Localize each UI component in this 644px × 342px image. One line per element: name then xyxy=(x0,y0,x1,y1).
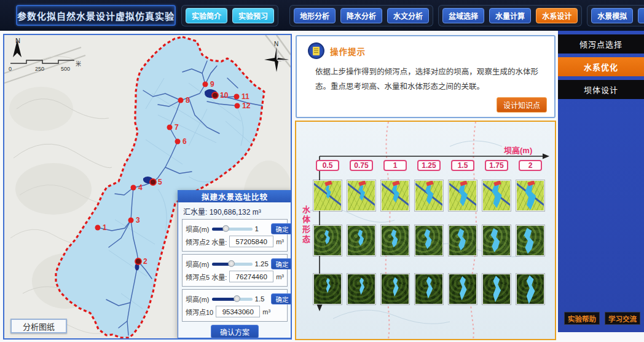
water-form-thumbnail-row2-h1.75[interactable] xyxy=(482,225,511,256)
water-body-shape xyxy=(356,184,367,201)
pour-point-volume-label: 倾泻点2 水量: xyxy=(186,237,227,247)
water-form-thumbnail-row1-h1[interactable] xyxy=(381,180,409,211)
dam-config-row-1: 坝高(m)1确定倾泻点2 水量:57205840m³ xyxy=(182,219,288,252)
nav-button-降水分析[interactable]: 降水分析 xyxy=(340,8,382,23)
dam-height-value-0.75[interactable]: 0.75 xyxy=(350,160,373,171)
water-body-shape xyxy=(323,278,333,293)
dam-height-value-2[interactable]: 2 xyxy=(519,160,542,171)
water-form-thumbnail-row1-h2[interactable] xyxy=(516,180,544,211)
water-form-thumbnail-row2-h1[interactable] xyxy=(381,225,409,256)
water-body-shape xyxy=(454,276,471,300)
main-nav: 地形分析降水分析水文分析盆域选择水量计算水系设计水景模拟实验报告 xyxy=(289,5,644,26)
confirm-plan-button[interactable]: 确认方案 xyxy=(211,325,259,338)
volume-input[interactable]: 95343060 xyxy=(216,306,260,317)
dam-height-value-1.75[interactable]: 1.75 xyxy=(485,160,508,171)
water-form-thumbnail-row3-h1.75[interactable] xyxy=(482,274,511,304)
water-form-thumbnail-row2-h1.25[interactable] xyxy=(415,225,443,256)
volume-input[interactable]: 57205840 xyxy=(229,236,273,247)
water-form-thumbnail-row1-h1.25[interactable] xyxy=(415,180,443,211)
nav-button-盆域选择[interactable]: 盆域选择 xyxy=(442,8,484,23)
water-form-thumbnail-row3-h0.75[interactable] xyxy=(347,274,375,304)
volume-input[interactable]: 76274460 xyxy=(229,271,273,282)
nav-button-水系设计[interactable]: 水系设计 xyxy=(536,8,578,23)
nav-button-水量计算[interactable]: 水量计算 xyxy=(489,8,531,23)
footer-button-实验帮助[interactable]: 实验帮助 xyxy=(564,312,600,325)
svg-text:2: 2 xyxy=(143,257,147,266)
water-form-axis-label: 水体形态 xyxy=(300,205,312,245)
water-body-shape xyxy=(487,276,506,302)
confirm-button[interactable]: 确定 xyxy=(271,223,293,234)
dam-height-value-1.5[interactable]: 1.5 xyxy=(451,160,474,171)
dam-height-value-1.25[interactable]: 1.25 xyxy=(417,160,441,171)
pour-point-10[interactable]: 10 xyxy=(212,91,229,100)
slider-handle[interactable] xyxy=(234,295,240,302)
header-button-实验预习[interactable]: 实验预习 xyxy=(232,8,274,23)
nav-group-1: 地形分析降水分析水文分析 xyxy=(289,5,433,26)
tips-title: 操作提示 xyxy=(330,45,366,57)
sidebar-item-坝体设计[interactable]: 坝体设计 xyxy=(558,80,644,99)
water-form-thumbnail-row3-h0.5[interactable] xyxy=(313,274,342,304)
dam-height-value-0.5[interactable]: 0.5 xyxy=(316,160,339,171)
dam-height-value: 1 xyxy=(255,225,269,233)
water-form-thumbnail-row3-h2[interactable] xyxy=(516,274,544,304)
nav-button-实验报告[interactable]: 实验报告 xyxy=(638,8,644,23)
confirm-button[interactable]: 确定 xyxy=(271,258,293,269)
svg-text:5: 5 xyxy=(158,178,162,186)
water-body-shape xyxy=(487,227,505,253)
water-form-thumbnail-row3-h1.5[interactable] xyxy=(449,274,477,304)
water-form-thumbnail-row2-h2[interactable] xyxy=(516,225,544,256)
svg-text:500: 500 xyxy=(61,66,70,72)
sidebar-item-倾泻点选择[interactable]: 倾泻点选择 xyxy=(558,34,644,54)
slider-handle[interactable] xyxy=(222,225,229,232)
water-body-shape xyxy=(356,277,368,295)
sidebar-item-水系优化[interactable]: 水系优化 xyxy=(558,57,644,76)
footer-button-学习交流[interactable]: 学习交流 xyxy=(605,312,640,325)
tips-body-text: 依据上步操作得到的倾泻点，选择对应的坝高，观察生成的水体形态。重点思考坝高、水量… xyxy=(297,59,554,95)
water-form-thumbnail-row2-h0.75[interactable] xyxy=(347,225,375,256)
water-form-thumbnail-row1-h0.5[interactable] xyxy=(313,180,342,211)
water-body-shape xyxy=(388,228,402,248)
volume-unit: m³ xyxy=(276,238,284,245)
svg-text:3: 3 xyxy=(136,216,140,225)
water-form-thumbnail-row3-h1[interactable] xyxy=(381,274,409,304)
svg-text:N: N xyxy=(274,41,278,47)
north-arrow: N xyxy=(13,37,22,57)
water-body-shape xyxy=(355,229,367,247)
dam-height-label: 坝高(m) xyxy=(186,294,210,304)
nav-button-地形分析[interactable]: 地形分析 xyxy=(294,8,336,23)
dam-height-slider[interactable] xyxy=(212,298,253,301)
slider-handle[interactable] xyxy=(228,260,235,267)
water-form-thumbnail-row1-h1.75[interactable] xyxy=(482,180,511,211)
confirm-button[interactable]: 确定 xyxy=(271,293,293,304)
water-form-thumbnail-row2-h1.5[interactable] xyxy=(449,225,477,256)
design-knowledge-button[interactable]: 设计知识点 xyxy=(497,97,547,113)
nav-button-水文分析[interactable]: 水文分析 xyxy=(387,8,429,23)
water-body-shape xyxy=(488,182,506,208)
header-button-实验简介[interactable]: 实验简介 xyxy=(186,8,227,23)
water-form-thumbnail-row3-h1.25[interactable] xyxy=(415,274,443,304)
water-form-thumbnail-row2-h0.5[interactable] xyxy=(313,225,342,256)
svg-text:11: 11 xyxy=(242,92,249,101)
svg-text:6: 6 xyxy=(183,137,187,146)
water-form-thumbnail-row1-h1.5[interactable] xyxy=(449,180,477,211)
svg-text:250: 250 xyxy=(35,66,44,72)
document-icon xyxy=(308,42,324,59)
dam-config-list: 坝高(m)1确定倾泻点2 水量:57205840m³坝高(m)1.25确定倾泻点… xyxy=(178,218,291,323)
svg-text:12: 12 xyxy=(242,101,251,110)
water-body-shape xyxy=(520,182,540,210)
dam-height-slider[interactable] xyxy=(212,263,253,266)
water-body-shape xyxy=(455,183,471,206)
svg-text:0: 0 xyxy=(9,66,12,72)
water-form-thumbnail-row1-h0.75[interactable] xyxy=(347,180,375,211)
dam-height-slider[interactable] xyxy=(212,228,253,231)
dam-height-value: 1.5 xyxy=(255,295,269,303)
water-body-shape xyxy=(520,227,540,255)
dam-height-value-1[interactable]: 1 xyxy=(383,160,407,171)
water-body-shape xyxy=(455,228,471,252)
page-title: 参数化拟自然水景设计虚拟仿真实验 xyxy=(16,5,176,26)
operation-tips-panel: 操作提示 依据上步操作得到的倾泻点，选择对应的坝高，观察生成的水体形态。重点思考… xyxy=(296,35,556,118)
nav-button-水景模拟[interactable]: 水景模拟 xyxy=(591,8,633,23)
analysis-drawing-button[interactable]: 分析图纸 xyxy=(10,319,67,333)
nav-group-2: 盆域选择水量计算水系设计 xyxy=(438,5,582,26)
right-sidebar: 倾泻点选择水系优化坝体设计 实验帮助学习交流 xyxy=(558,31,644,332)
